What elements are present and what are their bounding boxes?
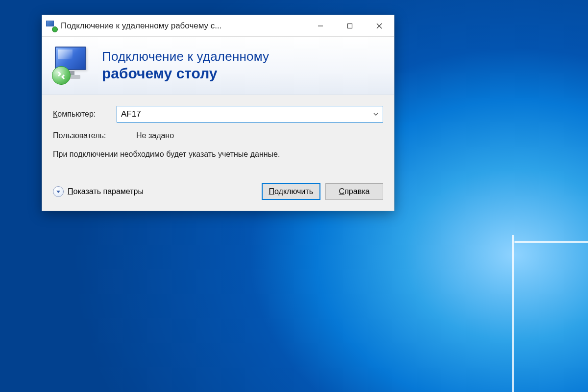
desktop-light-beam xyxy=(512,235,514,392)
show-options-label: Показать параметры xyxy=(68,187,144,196)
computer-input[interactable] xyxy=(117,106,369,122)
minimize-button[interactable] xyxy=(306,15,335,37)
computer-combobox[interactable] xyxy=(117,106,383,122)
credentials-hint: При подключении необходимо будет указать… xyxy=(53,149,308,160)
chevron-down-icon[interactable] xyxy=(369,106,383,122)
show-options-toggle[interactable]: Показать параметры xyxy=(53,186,144,197)
rdp-app-icon xyxy=(46,21,57,31)
svg-marker-4 xyxy=(56,191,60,193)
dialog-body: Компьютер: Пользователь: Не задано При п… xyxy=(42,95,394,178)
window-title: Подключение к удаленному рабочему с... xyxy=(61,21,306,31)
close-button[interactable] xyxy=(365,15,394,37)
user-label: Пользователь: xyxy=(53,131,136,140)
help-button[interactable]: Справка xyxy=(325,183,383,200)
banner-text: Подключение к удаленному рабочему столу xyxy=(102,49,269,82)
maximize-button[interactable] xyxy=(335,15,365,37)
computer-label: Компьютер: xyxy=(53,110,117,119)
rdp-window: Подключение к удаленному рабочему с... xyxy=(42,15,394,211)
banner: Подключение к удаленному рабочему столу xyxy=(42,37,394,95)
connect-button[interactable]: Подключить xyxy=(262,183,320,200)
title-bar[interactable]: Подключение к удаленному рабочему с... xyxy=(42,15,394,37)
banner-line2: рабочему столу xyxy=(102,65,269,82)
rdp-banner-icon xyxy=(52,45,93,86)
user-value: Не задано xyxy=(136,131,174,140)
banner-line1: Подключение к удаленному xyxy=(102,49,269,64)
dialog-footer: Показать параметры Подключить Справка xyxy=(42,178,394,211)
desktop-light-beam xyxy=(514,241,588,243)
svg-rect-1 xyxy=(348,24,352,28)
window-controls xyxy=(306,15,394,37)
user-row: Пользователь: Не задано xyxy=(53,131,383,140)
computer-row: Компьютер: xyxy=(53,106,383,122)
chevron-down-circle-icon xyxy=(53,186,64,197)
